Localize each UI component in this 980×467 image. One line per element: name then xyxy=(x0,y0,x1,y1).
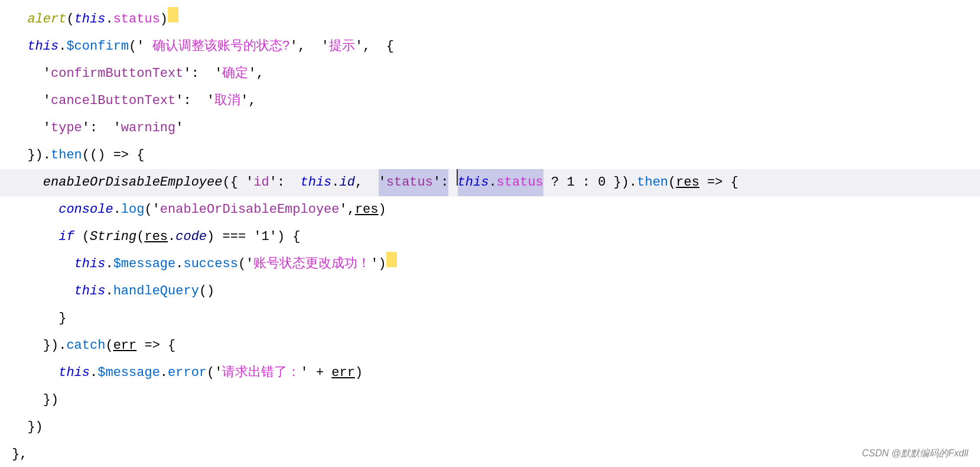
token: ', { xyxy=(355,33,394,60)
token: ': ' xyxy=(82,115,121,142)
indent xyxy=(12,115,43,142)
token: handleQuery xyxy=(113,278,199,305)
token: ' xyxy=(43,115,51,142)
code-line-6: }).then(() => { xyxy=(0,142,980,169)
token: 提示 xyxy=(329,33,355,60)
code-line-17: }, xyxy=(0,441,980,467)
code-line-1: alert(this.status) xyxy=(0,6,980,33)
token: $message xyxy=(113,251,176,278)
token: ': ' xyxy=(175,87,214,115)
code-line-5: 'type': 'warning' xyxy=(0,115,980,142)
token-err: err xyxy=(113,332,137,359)
token: => { xyxy=(699,169,738,196)
token: then xyxy=(51,142,82,169)
token: => { xyxy=(113,142,145,169)
token: alert xyxy=(27,6,66,33)
token: warning xyxy=(121,115,175,142)
token: id xyxy=(253,169,269,196)
token: 确定 xyxy=(222,60,248,87)
token: this xyxy=(74,278,106,305)
token: (' xyxy=(207,359,222,387)
token: ? 1 : 0 }). xyxy=(551,169,637,196)
token: } xyxy=(58,305,66,332)
yellow-mark2 xyxy=(386,252,397,267)
token: . xyxy=(113,196,121,223)
token: ', xyxy=(248,60,263,87)
token: enableOrDisableEmployee xyxy=(160,196,340,223)
indent xyxy=(12,87,43,115)
code-line-16: }) xyxy=(0,414,980,441)
token: then xyxy=(637,169,668,196)
token: }). xyxy=(43,332,67,359)
indent xyxy=(12,332,43,359)
code-line-11: this.handleQuery() xyxy=(0,278,980,305)
token: . xyxy=(168,223,175,251)
token-res: res xyxy=(144,223,168,251)
token: 确认调整该账号的状态? xyxy=(152,33,290,60)
token: ' xyxy=(175,115,183,142)
token: ') xyxy=(370,251,386,278)
token: . xyxy=(175,251,183,278)
watermark: CSDN @默默编码的Fxdll xyxy=(862,447,968,460)
code-line-9: if (String(res.code) === '1') { xyxy=(0,223,980,251)
code-line-7: enableOrDisableEmployee({ 'id': this.id,… xyxy=(0,169,980,196)
indent xyxy=(12,60,43,87)
token: () xyxy=(199,278,214,305)
token: type xyxy=(51,115,82,142)
token: 请求出错了： xyxy=(222,359,300,387)
token: ', ' xyxy=(290,33,329,60)
indent xyxy=(12,6,27,33)
token: String xyxy=(90,223,136,251)
token: }) xyxy=(43,387,58,414)
token: $confirm xyxy=(66,33,129,60)
token: log xyxy=(121,196,145,223)
code-line-15: }) xyxy=(0,387,980,414)
highlight-selection2: this.status xyxy=(458,169,543,196)
token: . xyxy=(105,278,113,305)
token: console xyxy=(58,196,113,223)
indent xyxy=(12,223,58,251)
token: ( xyxy=(136,223,144,251)
token: }) xyxy=(27,414,43,441)
token: ) xyxy=(160,6,168,33)
code-line-3: 'confirmButtonText': '确定', xyxy=(0,60,980,87)
code-line-12: } xyxy=(0,305,980,332)
indent xyxy=(12,169,43,196)
token: . xyxy=(58,33,66,60)
highlight-selection: 'status': xyxy=(379,169,449,196)
token: $message xyxy=(97,359,160,387)
token: , xyxy=(355,169,379,196)
token: 账号状态更改成功！ xyxy=(253,251,370,278)
token: ') { xyxy=(269,223,301,251)
code-line-10: this.$message.success('账号状态更改成功！') xyxy=(0,251,980,278)
token: status xyxy=(113,6,160,33)
token: (' xyxy=(238,251,253,278)
token: this xyxy=(74,6,106,33)
token: enableOrDisableEmployee xyxy=(43,169,223,196)
token: . xyxy=(105,251,113,278)
token: this xyxy=(74,251,106,278)
token: (() xyxy=(82,142,106,169)
indent xyxy=(12,387,43,414)
indent xyxy=(12,251,74,278)
token: . xyxy=(331,169,339,196)
token: . xyxy=(105,6,113,33)
token: code xyxy=(175,223,207,251)
token: . xyxy=(160,359,168,387)
token-res: res xyxy=(676,169,699,196)
indent xyxy=(12,359,58,387)
token: (' xyxy=(144,196,159,223)
token: ( xyxy=(105,332,113,359)
indent xyxy=(12,414,27,441)
code-editor: alert(this.status) this.$confirm(' 确认调整该… xyxy=(0,0,980,467)
token: this xyxy=(58,359,90,387)
token: ', xyxy=(340,196,355,223)
token: catch xyxy=(66,332,105,359)
token: cancelButtonText xyxy=(51,87,175,115)
token: ' + xyxy=(300,359,331,387)
code-line-2: this.$confirm(' 确认调整该账号的状态?', '提示', { xyxy=(0,33,980,60)
token: }, xyxy=(12,441,27,467)
indent xyxy=(12,278,74,305)
indent xyxy=(12,33,27,60)
token: => { xyxy=(136,332,175,359)
